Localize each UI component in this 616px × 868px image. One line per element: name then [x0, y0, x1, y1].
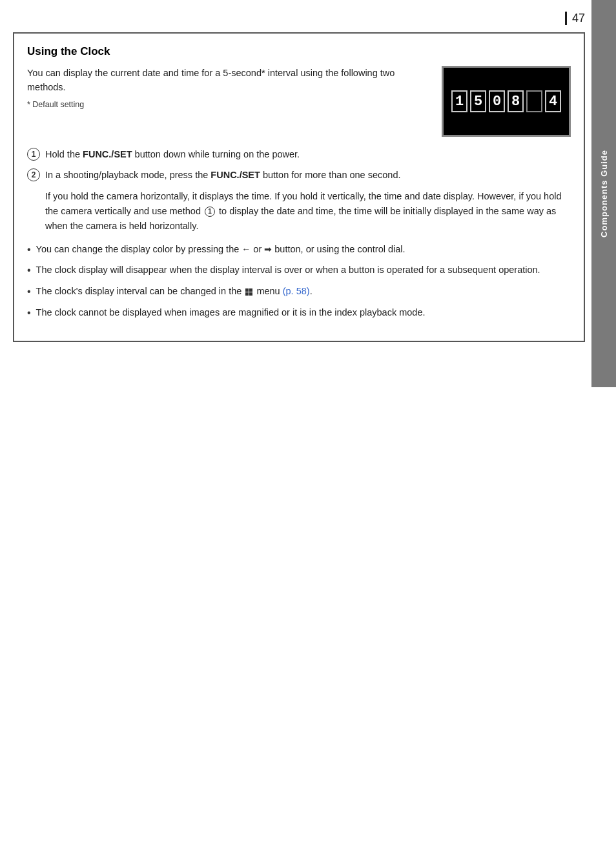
step-2-bold: FUNC./SET	[210, 170, 260, 180]
bullet-item-2: • The clock display will disappear when …	[27, 263, 571, 279]
step-1-number: 1	[27, 148, 40, 161]
clock-digit-1: 5	[470, 90, 486, 112]
bullet-item-4: • The clock cannot be displayed when ima…	[27, 305, 571, 321]
bullet-text-1: You can change the display color by pres…	[36, 242, 571, 257]
step-2-text: In a shooting/playback mode, press the F…	[45, 168, 401, 182]
side-tab-label: Components Guide	[599, 150, 609, 237]
step-1: 1 Hold the FUNC./SET button down while t…	[27, 147, 571, 161]
arrow-right-icon: ➡	[264, 243, 272, 257]
bullet-dot-3: •	[27, 284, 31, 300]
side-tab: Components Guide	[591, 0, 616, 387]
page-number: 47	[565, 12, 585, 25]
section-title: Using the Clock	[27, 45, 571, 58]
arrow-left-icon: ←	[241, 243, 251, 257]
circle-1-inline: 1	[205, 207, 215, 217]
clock-digit-2: 0	[489, 90, 505, 112]
intro-text: You can display the current date and tim…	[27, 66, 429, 95]
asterisk-note: * Default setting	[27, 99, 429, 111]
step-1-bold: FUNC./SET	[83, 149, 132, 159]
steps-section: 1 Hold the FUNC./SET button down while t…	[27, 147, 571, 234]
bullet-dot-4: •	[27, 305, 31, 321]
bullet-dot-2: •	[27, 263, 31, 279]
clock-digit-0: 1	[451, 90, 467, 112]
intro-text-block: You can display the current date and tim…	[27, 66, 429, 111]
clock-digit-5: 4	[545, 90, 561, 112]
step-2-number: 2	[27, 168, 40, 181]
bullet-list: • You can change the display color by pr…	[27, 242, 571, 321]
explanation-para: If you hold the camera horizontally, it …	[45, 189, 571, 234]
bullet-text-2: The clock display will disappear when th…	[36, 263, 571, 277]
step-2: 2 In a shooting/playback mode, press the…	[27, 168, 571, 182]
clock-display: 1 5 0 8 4	[442, 66, 571, 137]
clock-digit-3: 8	[508, 90, 524, 112]
bullet-text-3: The clock's display interval can be chan…	[36, 284, 571, 298]
step-1-text: Hold the FUNC./SET button down while tur…	[45, 147, 300, 161]
main-content: Using the Clock You can display the curr…	[13, 32, 585, 342]
bullet-item-3: • The clock's display interval can be ch…	[27, 284, 571, 300]
link-p58[interactable]: (p. 58)	[283, 286, 310, 296]
box-top: You can display the current date and tim…	[27, 66, 571, 137]
menu-icon	[245, 288, 252, 296]
bullet-dot-1: •	[27, 242, 31, 258]
bullet-text-4: The clock cannot be displayed when image…	[36, 305, 571, 319]
content-box: Using the Clock You can display the curr…	[13, 32, 585, 342]
bullet-item-1: • You can change the display color by pr…	[27, 242, 571, 258]
clock-digit-4	[526, 90, 542, 112]
